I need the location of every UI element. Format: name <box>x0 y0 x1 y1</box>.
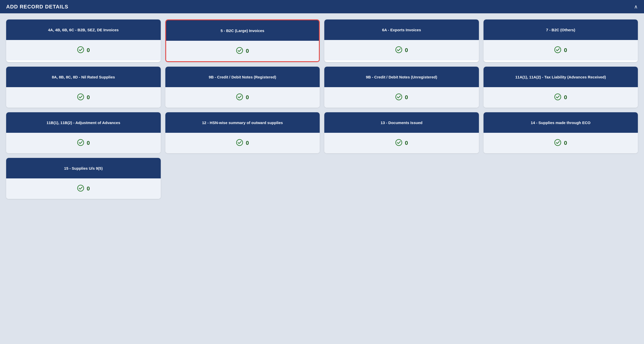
card-14-label: 14 - Supplies made through ECO <box>531 120 591 125</box>
card-11a-count: 0 <box>564 94 567 101</box>
card-11b-count: 0 <box>87 140 90 146</box>
card-15-label: 15 - Supplies U/s 9(5) <box>64 166 103 171</box>
card-8a-label: 8A, 8B, 8C, 8D - Nil Rated Supplies <box>52 74 115 80</box>
page-title: ADD RECORD DETAILS <box>6 4 68 10</box>
card-9b-reg-count: 0 <box>246 94 249 101</box>
card-7-label: 7 - B2C (Others) <box>546 27 575 33</box>
card-12[interactable]: 12 - HSN-wise summary of outward supplie… <box>165 112 320 153</box>
card-4a-label: 4A, 4B, 6B, 6C - B2B, SEZ, DE Invoices <box>48 27 119 33</box>
card-15[interactable]: 15 - Supplies U/s 9(5) 0 <box>6 158 161 199</box>
card-11b-label: 11B(1), 11B(2) - Adjustment of Advances <box>47 120 120 125</box>
card-4a-check-icon <box>77 46 84 54</box>
card-14-check-icon <box>554 139 561 147</box>
header-bar: ADD RECORD DETAILS ∧ <box>0 0 644 13</box>
collapse-icon[interactable]: ∧ <box>634 4 638 10</box>
card-4a-count: 0 <box>87 47 90 54</box>
card-13[interactable]: 13 - Documents Issued 0 <box>324 112 479 153</box>
svg-point-1 <box>237 47 243 54</box>
card-6a-check-icon <box>395 46 402 54</box>
card-11a[interactable]: 11A(1), 11A(2) - Tax Liability (Advances… <box>484 67 638 108</box>
card-5[interactable]: 5 - B2C (Large) Invoices 0 <box>165 19 320 62</box>
card-6a[interactable]: 6A - Exports Invoices 0 <box>324 19 479 62</box>
svg-point-10 <box>396 139 402 146</box>
card-9b-reg-label: 9B - Credit / Debit Notes (Registered) <box>209 74 276 80</box>
svg-point-11 <box>555 139 561 146</box>
card-13-count: 0 <box>405 140 408 146</box>
main-container: ADD RECORD DETAILS ∧ 4A, 4B, 6B, 6C - B2… <box>0 0 644 205</box>
card-15-check-icon <box>77 185 84 193</box>
svg-point-6 <box>396 94 402 100</box>
card-5-label: 5 - B2C (Large) Invoices <box>221 28 264 33</box>
card-6a-label: 6A - Exports Invoices <box>382 27 421 33</box>
card-8a[interactable]: 8A, 8B, 8C, 8D - Nil Rated Supplies 0 <box>6 67 161 108</box>
card-15-count: 0 <box>87 185 90 192</box>
card-5-check-icon <box>236 47 243 55</box>
card-11b-check-icon <box>77 139 84 147</box>
svg-point-2 <box>396 47 402 53</box>
svg-point-0 <box>78 47 84 53</box>
card-12-check-icon <box>236 139 243 147</box>
card-9b-reg-check-icon <box>236 93 243 102</box>
card-13-label: 13 - Documents Issued <box>381 120 422 125</box>
card-11a-label: 11A(1), 11A(2) - Tax Liability (Advances… <box>515 74 606 80</box>
svg-point-7 <box>555 94 561 100</box>
card-14[interactable]: 14 - Supplies made through ECO 0 <box>484 112 638 153</box>
card-6a-count: 0 <box>405 47 408 54</box>
card-12-label: 12 - HSN-wise summary of outward supplie… <box>202 120 283 125</box>
svg-point-8 <box>78 139 84 146</box>
card-13-check-icon <box>395 139 402 147</box>
card-9b-unreg-check-icon <box>395 93 402 102</box>
card-8a-count: 0 <box>87 94 90 101</box>
card-4a[interactable]: 4A, 4B, 6B, 6C - B2B, SEZ, DE Invoices 0 <box>6 19 161 62</box>
svg-point-3 <box>555 47 561 53</box>
card-9b-unreg-label: 9B - Credit / Debit Notes (Unregistered) <box>366 74 437 80</box>
svg-point-12 <box>78 185 84 191</box>
card-11a-check-icon <box>554 93 561 102</box>
card-7-count: 0 <box>564 47 567 54</box>
card-9b-unreg-count: 0 <box>405 94 408 101</box>
svg-point-9 <box>237 139 243 146</box>
svg-point-5 <box>237 94 243 100</box>
card-9b-unreg[interactable]: 9B - Credit / Debit Notes (Unregistered)… <box>324 67 479 108</box>
card-7-check-icon <box>554 46 561 54</box>
card-11b[interactable]: 11B(1), 11B(2) - Adjustment of Advances … <box>6 112 161 153</box>
card-8a-check-icon <box>77 93 84 102</box>
svg-point-4 <box>78 94 84 100</box>
cards-grid: 4A, 4B, 6B, 6C - B2B, SEZ, DE Invoices 0… <box>0 13 644 205</box>
card-7[interactable]: 7 - B2C (Others) 0 <box>484 19 638 62</box>
card-5-count: 0 <box>246 48 249 54</box>
card-12-count: 0 <box>246 140 249 146</box>
card-14-count: 0 <box>564 140 567 146</box>
card-9b-reg[interactable]: 9B - Credit / Debit Notes (Registered) 0 <box>165 67 320 108</box>
